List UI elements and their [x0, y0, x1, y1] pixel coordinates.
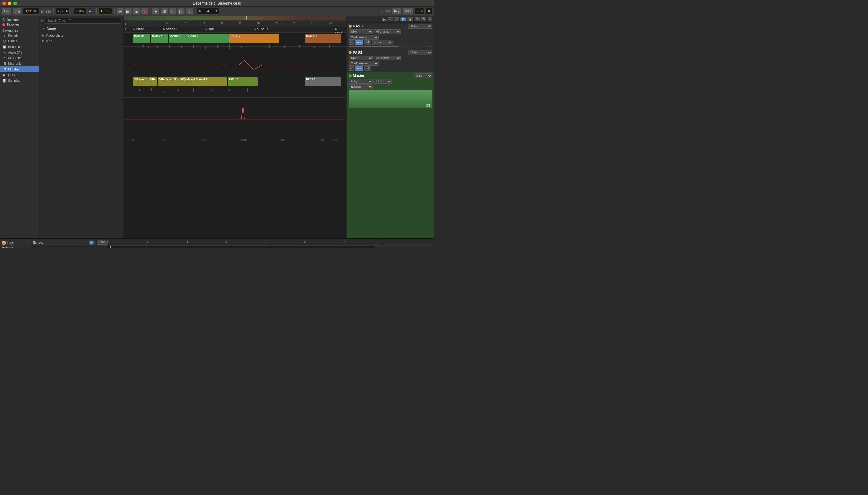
tap-button[interactable]: Tap [13, 8, 22, 15]
browser-item-audio-units[interactable]: ▶ Audio Units [39, 33, 123, 38]
zoom-pct-display[interactable]: 3 % [415, 8, 425, 15]
clip-name[interactable]: PAD2 7 [2, 246, 28, 248]
ruler-17: 17 [202, 22, 205, 25]
key-button[interactable]: Key [392, 8, 401, 15]
pad1-track-lane[interactable]: 3-Replic 3-Re 3-Replicant S 3-Replicant … [124, 76, 346, 98]
h-btn[interactable]: H [415, 17, 420, 21]
traffic-lights [2, 1, 17, 5]
goto-start-button[interactable]: ⇤ [117, 8, 124, 15]
sidebar-item-favorites[interactable]: Favorites [0, 22, 39, 27]
minimap[interactable] [124, 16, 346, 20]
bass-track-lane[interactable]: BASS 2 BASS 2 BASS 2 BASS 2 BASS 7 BASS … [124, 33, 346, 54]
pad1-in-btn[interactable]: In [349, 66, 354, 71]
bass-in-btn[interactable]: In [349, 40, 354, 45]
settings-btn[interactable]: ≡ [428, 17, 432, 21]
loop-active-btn[interactable]: ⊡ [400, 17, 406, 21]
svg-rect-7 [217, 45, 218, 48]
bass-name[interactable]: BASS [353, 24, 363, 28]
note-grid-area[interactable]: 1/4 ▶ [107, 246, 434, 248]
zoom-display[interactable]: 100% [74, 8, 86, 15]
clip-replicant2[interactable]: 3-Re [149, 77, 157, 86]
pad1-monitor-select[interactable]: Mixer [349, 55, 373, 61]
sidebar-item-plug-ins[interactable]: ⊡ Plug-Ins [0, 66, 39, 72]
master-output1-select[interactable]: ii 1/2 [414, 73, 432, 78]
clip-bass7[interactable]: BASS 7 [229, 34, 279, 43]
master-utility-select[interactable]: Utility [349, 79, 373, 84]
clip-replicant3[interactable]: 3-Replicant S [158, 77, 179, 86]
pad1-name[interactable]: PAD1 [353, 50, 362, 55]
clip-replicant4[interactable]: 3-Replicant Sunset 2 [179, 77, 227, 86]
sidebar-item-audio-effects[interactable]: 〰 Audio Effe [0, 50, 39, 55]
browser-item-vst[interactable]: ▶ VST [39, 38, 123, 44]
clip-bass2d[interactable]: BASS 2 [187, 34, 229, 43]
clip-bass11[interactable]: BASS 11 [305, 34, 341, 43]
sidebar-item-instruments[interactable]: ⏰ Instrume [0, 44, 39, 50]
bpm-display[interactable]: 123.00 [23, 8, 39, 15]
sidebar-item-samples[interactable]: 📊 Samples [0, 78, 39, 84]
position-display[interactable]: 6 . 4 . 3 [197, 8, 220, 15]
sidebar-item-max-for-live[interactable]: ⊞ Max for L [0, 61, 39, 66]
w-btn[interactable]: W [421, 17, 427, 21]
bass-input-select[interactable]: All Ins [408, 24, 432, 29]
clip-pad16[interactable]: PAD1 6 [305, 77, 341, 86]
master-balance-select[interactable]: Balance [349, 84, 373, 89]
clip-replicant1[interactable]: 3-Replic [133, 77, 148, 86]
d-display[interactable]: D [426, 8, 432, 15]
svg-rect-22 [211, 90, 212, 91]
link-button[interactable]: Link [2, 8, 12, 15]
quantize-display[interactable]: 1 Bar [99, 8, 112, 15]
bass-track-control: BASS All Ins Mixer All Channe Track Volu… [347, 23, 434, 49]
browser-sort-button[interactable]: ▲ [41, 26, 46, 30]
sidebar-item-clips[interactable]: ▶ Clips [0, 72, 39, 78]
bass-off-btn[interactable]: Off [364, 40, 371, 45]
expand-icon: ▶ [42, 34, 45, 37]
nav-right-btn[interactable]: ▷ [394, 17, 399, 21]
notes-add-btn[interactable]: + [89, 240, 94, 245]
minimize-button[interactable] [8, 1, 12, 5]
pad1-volume-select[interactable]: Track Volume [349, 61, 379, 66]
sidebar-item-drums[interactable]: ⬡ Drums [0, 38, 39, 44]
time-sig-display[interactable]: 4 / 4 [55, 8, 70, 15]
bass-output-select[interactable]: Master [372, 40, 393, 45]
clip-bass2a[interactable]: BASS 2 [133, 34, 150, 43]
bass-volume-bar[interactable]: + [349, 46, 432, 47]
sidebar-item-sounds[interactable]: ♪ Sounds [0, 33, 39, 38]
bass-plus-btn[interactable]: + [430, 45, 431, 48]
pad1-note-scatter [133, 87, 346, 96]
piano-roll[interactable]: Fold 1 2 3 4 5 6 7 8 ▶ [97, 239, 434, 248]
metronome-display[interactable]: ●○ [87, 8, 94, 15]
clip-pad14[interactable]: PAD1 4 [228, 77, 258, 86]
pad1-off-btn[interactable]: Off [364, 66, 371, 71]
nudge-right-button[interactable]: ▷ [177, 8, 185, 15]
pad1-channel-select[interactable]: All Channe [374, 55, 401, 61]
loop-button[interactable]: ○ [186, 8, 193, 15]
play-button[interactable]: ▶ [125, 8, 132, 15]
close-button[interactable] [2, 1, 6, 5]
fold-button[interactable]: Fold [97, 240, 108, 245]
master-name[interactable]: Master [353, 74, 365, 78]
midi-button[interactable]: MIDI [403, 8, 413, 15]
master-plus-btn[interactable]: + [429, 103, 431, 107]
bass-volume-select[interactable]: Track Volume [349, 35, 379, 39]
bass-monitor-select[interactable]: Mixer [349, 29, 373, 34]
pad1-track-control: PAD1 All Ins Mixer All Channe Track Volu… [347, 49, 434, 72]
nav-left-btn[interactable]: ◁ [388, 17, 393, 21]
master-volume-display[interactable]: 2/1 + [349, 90, 432, 108]
clip-bass2c[interactable]: BASS 2 [169, 34, 187, 43]
pad1-auto-btn[interactable]: Auto [355, 66, 364, 71]
search-input[interactable] [45, 18, 122, 23]
master-output2-select[interactable]: ii 1/2 [374, 79, 392, 84]
nudge-left-button[interactable]: ◁ [169, 8, 176, 15]
stop-button[interactable]: ■ [133, 8, 140, 15]
warp-button[interactable]: ⌘ [160, 8, 168, 15]
audio-effects-icon: 〰 [2, 51, 7, 54]
lock-btn[interactable]: 🔒 [407, 17, 414, 21]
add-button[interactable]: + [152, 8, 159, 15]
bass-auto-btn[interactable]: Auto [355, 40, 364, 45]
sidebar-item-midi-effects[interactable]: ≡ MIDI Effe [0, 55, 39, 61]
clip-bass2b[interactable]: BASS 2 [151, 34, 169, 43]
bass-channel-select[interactable]: All Channe [374, 29, 401, 34]
pad1-input-select[interactable]: All Ins [408, 50, 432, 55]
record-button[interactable]: ● [141, 8, 148, 15]
maximize-button[interactable] [13, 1, 17, 5]
